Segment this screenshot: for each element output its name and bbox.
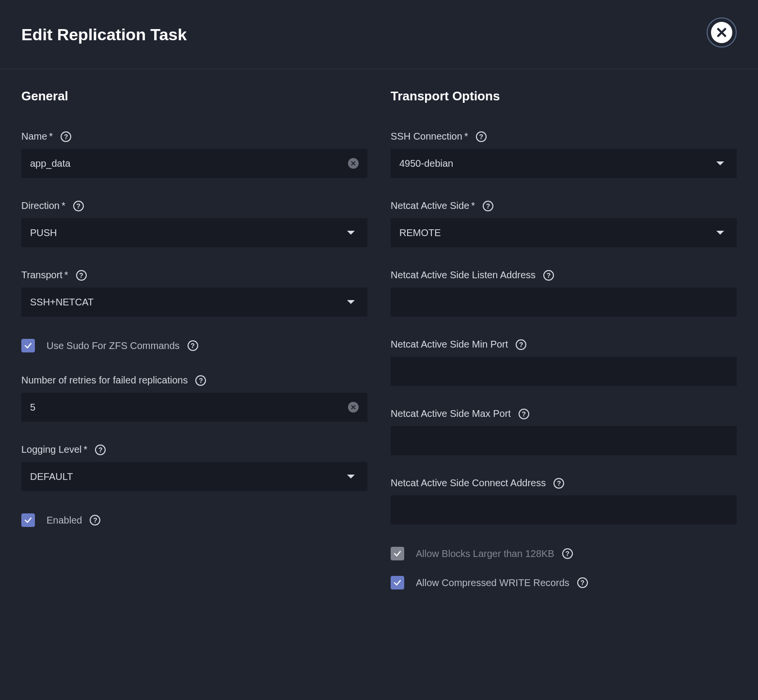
enabled-checkbox[interactable] [21,513,35,527]
max-port-label: Netcat Active Side Max Port [391,408,511,419]
allow-large-blocks-label: Allow Blocks Larger than 128KB [416,548,554,559]
max-port-field: Netcat Active Side Max Port ? [391,408,737,455]
transport-field: Transport * ? SSH+NETCAT [21,270,367,317]
max-port-input[interactable] [391,426,737,455]
required-asterisk: * [84,444,88,455]
connect-address-label: Netcat Active Side Connect Address [391,477,546,489]
use-sudo-label: Use Sudo For ZFS Commands [47,340,180,351]
enabled-label: Enabled [47,515,82,526]
general-section: General Name * ? app_data Direction * ? [21,89,367,589]
required-asterisk: * [471,200,475,211]
required-asterisk: * [64,270,68,281]
help-icon[interactable]: ? [188,340,198,351]
logging-select[interactable]: DEFAULT [21,462,367,491]
chevron-down-icon [716,231,724,235]
help-icon[interactable]: ? [483,201,493,211]
help-icon[interactable]: ? [90,515,100,525]
allow-large-blocks-row: Allow Blocks Larger than 128KB ? [391,547,737,560]
required-asterisk: * [62,200,65,211]
retries-label: Number of retries for failed replication… [21,375,188,386]
help-icon[interactable]: ? [95,445,106,455]
transport-label: Transport [21,270,63,281]
retries-input[interactable]: 5 [21,393,367,422]
help-icon[interactable]: ? [195,375,206,386]
transport-options-section: Transport Options SSH Connection * ? 495… [391,89,737,589]
netcat-active-side-label: Netcat Active Side [391,200,469,211]
netcat-active-side-select[interactable]: REMOTE [391,218,737,247]
netcat-active-side-field: Netcat Active Side * ? REMOTE [391,200,737,247]
help-icon[interactable]: ? [519,409,529,419]
direction-select[interactable]: PUSH [21,218,367,247]
listen-address-field: Netcat Active Side Listen Address ? [391,270,737,317]
dialog-title: Edit Replication Task [21,25,187,44]
chevron-down-icon [347,475,355,478]
name-label: Name [21,131,47,142]
close-icon [711,22,732,43]
connect-address-field: Netcat Active Side Connect Address ? [391,477,737,525]
help-icon[interactable]: ? [61,131,71,142]
help-icon[interactable]: ? [73,201,84,211]
chevron-down-icon [347,231,355,235]
ssh-connection-select[interactable]: 4950-debian [391,149,737,178]
help-icon[interactable]: ? [562,548,573,559]
retries-field: Number of retries for failed replication… [21,375,367,422]
logging-field: Logging Level * ? DEFAULT [21,444,367,491]
direction-field: Direction * ? PUSH [21,200,367,247]
help-icon[interactable]: ? [543,270,554,281]
allow-compressed-label: Allow Compressed WRITE Records [416,577,569,589]
ssh-connection-label: SSH Connection [391,131,462,142]
help-icon[interactable]: ? [516,339,526,350]
min-port-input[interactable] [391,357,737,386]
logging-label: Logging Level [21,444,82,455]
name-input[interactable]: app_data [21,149,367,178]
ssh-connection-field: SSH Connection * ? 4950-debian [391,131,737,178]
connect-address-input[interactable] [391,495,737,525]
listen-address-input[interactable] [391,287,737,317]
enabled-row: Enabled ? [21,513,367,527]
chevron-down-icon [716,161,724,165]
required-asterisk: * [49,131,53,142]
general-heading: General [21,89,367,104]
listen-address-label: Netcat Active Side Listen Address [391,270,536,281]
allow-large-blocks-checkbox [391,547,404,560]
dialog-header: Edit Replication Task [0,0,758,69]
help-icon[interactable]: ? [476,131,487,142]
allow-compressed-checkbox[interactable] [391,576,404,589]
chevron-down-icon [347,300,355,304]
close-button[interactable] [707,17,737,48]
clear-icon[interactable] [348,158,359,169]
direction-label: Direction [21,200,60,211]
required-asterisk: * [464,131,468,142]
use-sudo-row: Use Sudo For ZFS Commands ? [21,339,367,352]
transport-select[interactable]: SSH+NETCAT [21,287,367,317]
min-port-label: Netcat Active Side Min Port [391,339,508,350]
allow-compressed-row: Allow Compressed WRITE Records ? [391,576,737,589]
help-icon[interactable]: ? [577,577,588,588]
name-field: Name * ? app_data [21,131,367,178]
help-icon[interactable]: ? [553,478,564,489]
clear-icon[interactable] [348,402,359,413]
transport-options-heading: Transport Options [391,89,737,104]
min-port-field: Netcat Active Side Min Port ? [391,339,737,386]
use-sudo-checkbox[interactable] [21,339,35,352]
help-icon[interactable]: ? [76,270,87,281]
